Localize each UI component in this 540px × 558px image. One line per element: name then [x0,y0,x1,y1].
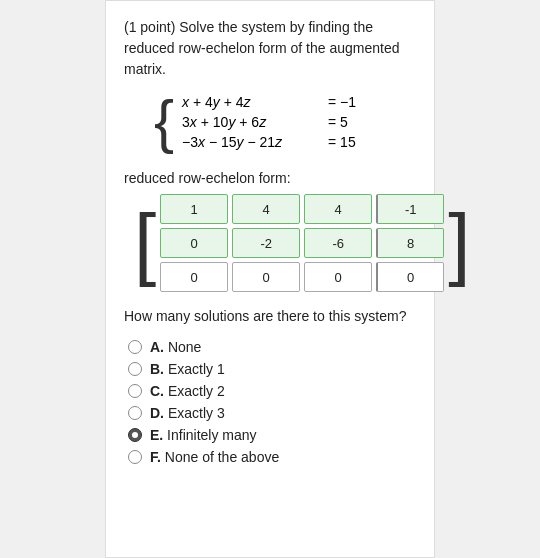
cell-1-1[interactable]: -2 [232,228,300,258]
left-bracket: [ [134,206,156,280]
cell-0-3[interactable]: -1 [376,194,444,224]
cell-0-1[interactable]: 4 [232,194,300,224]
cell-2-1[interactable]: 0 [232,262,300,292]
system-equations: { x + 4y + 4z = −1 3x + 10y + 6z = 5 −3x… [154,92,416,152]
radio-F[interactable] [128,450,142,464]
radio-E[interactable] [128,428,142,442]
option-B-label: B. Exactly 1 [150,361,225,377]
right-bracket: ] [448,206,470,280]
solutions-question: How many solutions are there to this sys… [124,306,416,327]
option-E[interactable]: E. Infinitely many [128,427,416,443]
eq1-lhs: x + 4y + 4z [182,94,322,110]
cell-0-0[interactable]: 1 [160,194,228,224]
option-A-label: A. None [150,339,201,355]
option-A[interactable]: A. None [128,339,416,355]
option-D[interactable]: D. Exactly 3 [128,405,416,421]
radio-D[interactable] [128,406,142,420]
eq2-lhs: 3x + 10y + 6z [182,114,322,130]
question-header: (1 point) Solve the system by finding th… [124,17,416,80]
equation-3: −3x − 15y − 21z = 15 [182,134,356,150]
cell-2-0[interactable]: 0 [160,262,228,292]
eq3-rhs: = 15 [328,134,356,150]
cell-2-3[interactable]: 0 [376,262,444,292]
main-card: (1 point) Solve the system by finding th… [105,0,435,558]
cell-1-0[interactable]: 0 [160,228,228,258]
option-C-label: C. Exactly 2 [150,383,225,399]
rref-label: reduced row-echelon form: [124,170,416,186]
equation-2: 3x + 10y + 6z = 5 [182,114,356,130]
option-F[interactable]: F. None of the above [128,449,416,465]
cell-1-2[interactable]: -6 [304,228,372,258]
option-F-label: F. None of the above [150,449,279,465]
left-brace: { [154,92,174,152]
equation-1: x + 4y + 4z = −1 [182,94,356,110]
radio-A[interactable] [128,340,142,354]
radio-B[interactable] [128,362,142,376]
option-D-label: D. Exactly 3 [150,405,225,421]
option-B[interactable]: B. Exactly 1 [128,361,416,377]
options-list: A. None B. Exactly 1 C. Exactly 2 D. Exa… [128,339,416,465]
eq1-rhs: = −1 [328,94,356,110]
matrix-container: [ 1 4 4 -1 0 -2 -6 8 0 0 0 0 ] [134,194,416,292]
cell-2-2[interactable]: 0 [304,262,372,292]
option-C[interactable]: C. Exactly 2 [128,383,416,399]
eq2-rhs: = 5 [328,114,348,130]
matrix-grid: 1 4 4 -1 0 -2 -6 8 0 0 0 0 [160,194,444,292]
eq3-lhs: −3x − 15y − 21z [182,134,322,150]
equations-list: x + 4y + 4z = −1 3x + 10y + 6z = 5 −3x −… [182,94,356,150]
cell-1-3[interactable]: 8 [376,228,444,258]
cell-0-2[interactable]: 4 [304,194,372,224]
radio-C[interactable] [128,384,142,398]
option-E-label: E. Infinitely many [150,427,257,443]
